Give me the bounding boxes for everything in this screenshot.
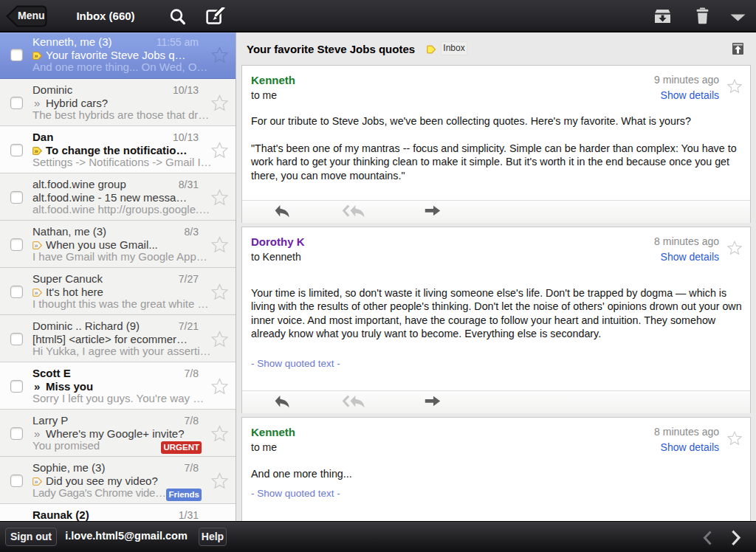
svg-text:»: » bbox=[34, 477, 38, 486]
svg-text:»: » bbox=[34, 289, 38, 297]
svg-text:»: » bbox=[34, 241, 38, 249]
svg-text:»: » bbox=[34, 52, 38, 60]
svg-text:»: » bbox=[34, 147, 38, 155]
